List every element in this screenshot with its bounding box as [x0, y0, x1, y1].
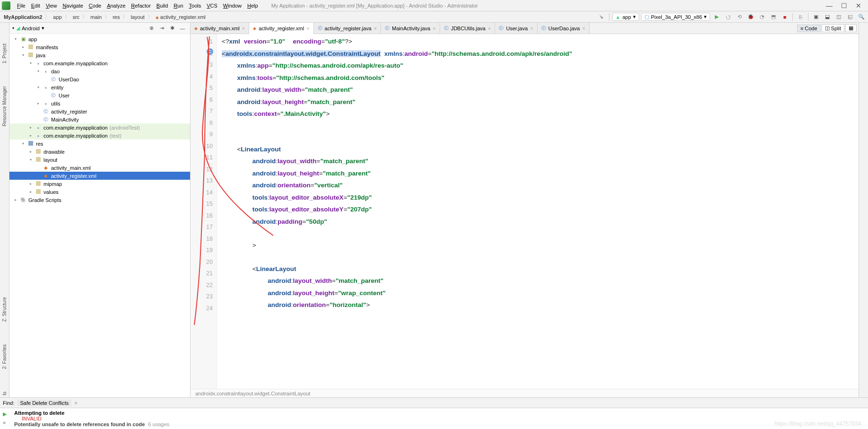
nav-back-button[interactable]: ↘: [597, 12, 606, 22]
tree-item[interactable]: ▸values: [9, 188, 190, 196]
menu-view[interactable]: View: [43, 2, 60, 9]
editor-tab[interactable]: activity_register.xml×: [249, 23, 313, 34]
tab-close-icon[interactable]: ×: [530, 26, 533, 31]
menu-edit[interactable]: Edit: [28, 2, 43, 9]
change-marker-icon: C: [207, 48, 213, 55]
editor-gutter[interactable]: C 12345678910111213141516171819202122232…: [191, 34, 217, 389]
find-tab-close-button[interactable]: ×: [74, 400, 77, 406]
editor-tab[interactable]: activity_register.java×: [314, 23, 381, 34]
tree-item[interactable]: MainActivity: [9, 115, 190, 123]
tab-close-icon[interactable]: ×: [582, 26, 585, 31]
tree-item[interactable]: ▾entity: [9, 83, 190, 91]
vcs-button[interactable]: ⎘: [796, 12, 805, 22]
view-split-button[interactable]: ◫Split: [822, 24, 844, 32]
editor-tab[interactable]: UserDao.java×: [538, 23, 590, 34]
breadcrumb-item[interactable]: app: [51, 14, 63, 20]
chevron-icon[interactable]: »: [3, 420, 6, 425]
tree-item[interactable]: ▾res: [9, 140, 190, 148]
tree-item[interactable]: ▾dao: [9, 67, 190, 75]
settings-button[interactable]: ✱: [167, 24, 177, 33]
tree-item[interactable]: activity_register.xml: [9, 172, 190, 180]
tab-close-icon[interactable]: ×: [242, 26, 245, 31]
tree-item[interactable]: ▾layout: [9, 156, 190, 164]
run-icon[interactable]: ▶: [3, 411, 7, 417]
resource-manager-button[interactable]: ◫: [834, 12, 843, 22]
tab-close-icon[interactable]: ×: [306, 26, 309, 31]
tree-item[interactable]: ▾com.example.myapplication: [9, 59, 190, 67]
menu-analyze[interactable]: Analyze: [104, 2, 128, 9]
breadcrumb-item[interactable]: MyApplication2: [2, 14, 44, 20]
menu-window[interactable]: Window: [220, 2, 244, 9]
tree-item[interactable]: ▸manifests: [9, 43, 190, 51]
tree-item[interactable]: ▸com.example.myapplication (test): [9, 131, 190, 140]
debug-button[interactable]: 🐞: [746, 12, 755, 22]
nav-toolbar: MyApplication2〉app〉src〉main〉res〉layout〉a…: [0, 11, 868, 23]
breadcrumb-item[interactable]: activity_register.xml: [154, 14, 208, 20]
select-opened-file-button[interactable]: ⊕: [147, 24, 156, 33]
run-button[interactable]: ▶: [712, 12, 721, 22]
expand-all-button[interactable]: ⇥: [157, 24, 166, 33]
menu-navigate[interactable]: Navigate: [60, 2, 86, 9]
attach-debugger-button[interactable]: ⬒: [769, 12, 778, 22]
tab-close-icon[interactable]: ×: [374, 26, 377, 31]
tree-item[interactable]: User: [9, 91, 190, 99]
editor-tab[interactable]: activity_main.xml×: [191, 23, 249, 34]
apply-changes-button[interactable]: ⭯: [723, 12, 733, 22]
profile-button[interactable]: ◔: [757, 12, 767, 22]
menu-bar: FileEditViewNavigateCodeAnalyzeRefactorB…: [0, 0, 868, 11]
menu-tools[interactable]: Tools: [186, 2, 204, 9]
view-design-button[interactable]: ▦: [845, 24, 857, 32]
editor-tab[interactable]: User.java×: [495, 23, 537, 34]
tree-item[interactable]: ▾java: [9, 51, 190, 59]
editor-tab[interactable]: JDBCUtils.java×: [440, 23, 495, 34]
event-usages: 6 usages: [148, 421, 169, 427]
editor-tab[interactable]: MainActivity.java×: [381, 23, 440, 34]
apply-code-button[interactable]: ⟲: [735, 12, 744, 22]
project-view-label: Android: [22, 26, 40, 31]
run-config-select[interactable]: ▲ app ▾: [612, 13, 639, 21]
avd-manager-button[interactable]: ▣: [811, 12, 821, 22]
side-tab-favorites[interactable]: 2: Favorites: [1, 342, 8, 371]
tree-item[interactable]: ▾app: [9, 35, 190, 43]
menu-vcs[interactable]: VCS: [204, 2, 220, 9]
breadcrumb-item[interactable]: layout: [129, 14, 146, 20]
tree-item[interactable]: activity_register: [9, 107, 190, 115]
chevron-down-icon: ▾: [704, 14, 707, 20]
breadcrumb-item[interactable]: main: [88, 14, 104, 20]
tree-item[interactable]: UserDao: [9, 75, 190, 83]
device-select[interactable]: ▢ Pixel_3a_API_30_x86 ▾: [641, 13, 710, 21]
tab-close-icon[interactable]: ×: [488, 26, 491, 31]
menu-build[interactable]: Build: [154, 2, 171, 9]
menu-file[interactable]: File: [14, 2, 28, 9]
menu-run[interactable]: Run: [171, 2, 186, 9]
breadcrumb-item[interactable]: src: [71, 14, 82, 20]
layout-inspector-button[interactable]: ◱: [845, 12, 855, 22]
tree-item[interactable]: ▸drawable: [9, 148, 190, 156]
breadcrumb-item[interactable]: res: [111, 14, 122, 20]
maximize-button[interactable]: ☐: [841, 2, 847, 9]
code-editor[interactable]: <?xml version="1.0" encoding="utf-8"?> <…: [217, 34, 859, 389]
tree-item[interactable]: ▸utils: [9, 99, 190, 107]
menu-refactor[interactable]: Refactor: [128, 2, 154, 9]
stop-button[interactable]: ■: [780, 12, 790, 22]
tree-item[interactable]: ▸Gradle Scripts: [9, 196, 190, 204]
side-tab-project[interactable]: 1: Project: [1, 42, 8, 65]
side-tab-structure[interactable]: Z: Structure: [1, 295, 8, 324]
tab-close-icon[interactable]: ×: [433, 26, 435, 31]
search-button[interactable]: 🔍: [857, 12, 866, 22]
tree-item[interactable]: activity_main.xml: [9, 164, 190, 172]
find-tab[interactable]: Safe Delete Conflicts: [17, 400, 71, 406]
side-tab-resource-manager[interactable]: Resource Manager: [1, 84, 8, 128]
hide-button[interactable]: —: [178, 24, 187, 33]
tree-item[interactable]: ▸com.example.myapplication (androidTest): [9, 123, 190, 131]
close-button[interactable]: ✕: [856, 2, 861, 9]
menu-code[interactable]: Code: [86, 2, 104, 9]
project-tree[interactable]: ▾app▸manifests▾java▾com.example.myapplic…: [9, 34, 190, 397]
side-tab-ts[interactable]: ts: [1, 390, 8, 397]
tree-item[interactable]: ▸mipmap: [9, 180, 190, 188]
minimize-button[interactable]: —: [826, 2, 833, 9]
sdk-manager-button[interactable]: ⬓: [823, 12, 832, 22]
menu-help[interactable]: Help: [244, 2, 261, 9]
view-code-button[interactable]: ≡Code: [797, 25, 821, 32]
project-view-select[interactable]: ◢ Android ▾: [12, 25, 44, 31]
